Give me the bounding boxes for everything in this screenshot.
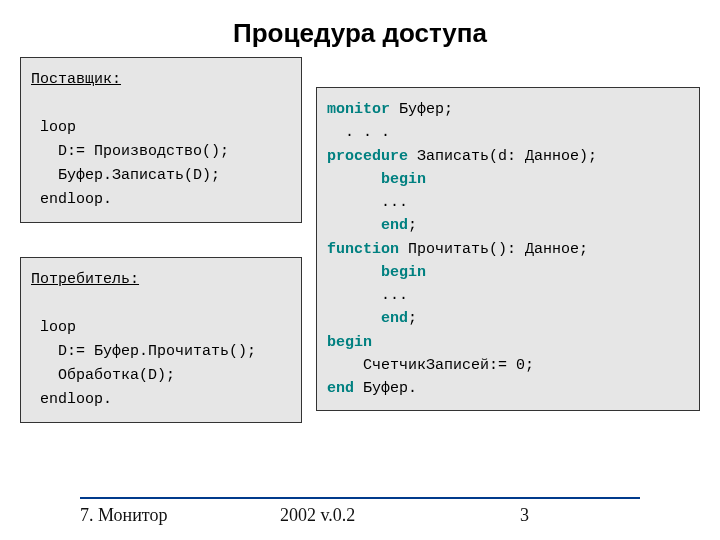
keyword-begin: begin	[381, 264, 426, 281]
footer-section: 7. Монитор	[80, 505, 280, 526]
code-line: D:= Буфер.Прочитать();	[31, 343, 256, 360]
slide-title: Процедура доступа	[0, 0, 720, 57]
code-text: Буфер;	[390, 101, 453, 118]
keyword-begin: begin	[327, 334, 372, 351]
code-text: Буфер.	[354, 380, 417, 397]
code-line: Обработка(D);	[31, 367, 175, 384]
keyword-procedure: procedure	[327, 148, 408, 165]
keyword-begin: begin	[381, 171, 426, 188]
keyword-function: function	[327, 241, 399, 258]
keyword-end: end	[327, 380, 354, 397]
code-line: СчетчикЗаписей:= 0;	[327, 357, 534, 374]
code-line: loop	[31, 119, 76, 136]
code-text: ;	[408, 310, 417, 327]
code-text: ;	[408, 217, 417, 234]
supplier-code-box: Поставщик: loop D:= Производство(); Буфе…	[20, 57, 302, 223]
consumer-heading: Потребитель:	[31, 271, 139, 288]
code-line: endloop.	[31, 391, 112, 408]
code-line: loop	[31, 319, 76, 336]
keyword-end: end	[381, 217, 408, 234]
footer-row: 7. Монитор 2002 v.0.2 3	[80, 505, 640, 526]
content-area: Поставщик: loop D:= Производство(); Буфе…	[20, 57, 700, 457]
supplier-heading: Поставщик:	[31, 71, 121, 88]
code-line: ...	[327, 287, 408, 304]
footer-page-number: 3	[520, 505, 640, 526]
footer-divider	[80, 497, 640, 499]
monitor-code-box: monitor Буфер; . . . procedure Записать(…	[316, 87, 700, 411]
code-line: ...	[327, 194, 408, 211]
code-line: endloop.	[31, 191, 112, 208]
code-line: D:= Производство();	[31, 143, 229, 160]
code-line: Буфер.Записать(D);	[31, 167, 220, 184]
keyword-monitor: monitor	[327, 101, 390, 118]
footer-version: 2002 v.0.2	[280, 505, 520, 526]
footer: 7. Монитор 2002 v.0.2 3	[0, 497, 720, 526]
code-text: Прочитать(): Данное;	[399, 241, 588, 258]
keyword-end: end	[381, 310, 408, 327]
consumer-code-box: Потребитель: loop D:= Буфер.Прочитать();…	[20, 257, 302, 423]
code-text: Записать(d: Данное);	[408, 148, 597, 165]
code-line: . . .	[327, 124, 390, 141]
